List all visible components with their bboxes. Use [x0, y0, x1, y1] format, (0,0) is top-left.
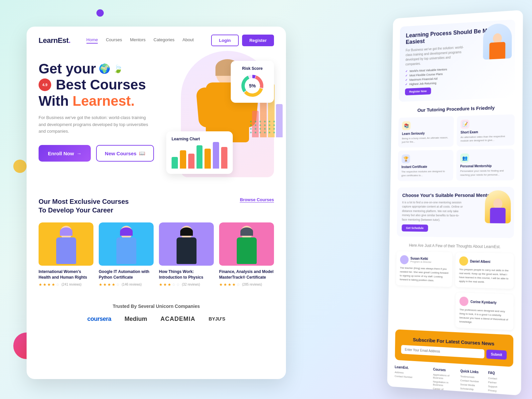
logo-dot: .: [68, 36, 70, 45]
logo-byjus: BYJU'S: [209, 316, 225, 322]
author-1: Susan Ketki Program & Director: [400, 255, 449, 266]
certificate-icon: 🏆: [402, 155, 410, 164]
navbar: LearnEst. Home Courses Mentors Categorie…: [27, 27, 286, 54]
footer-ql-item-2: Contact Number: [460, 379, 485, 384]
bar-2: [180, 150, 186, 169]
hero-text: Get your 🌍 🍃 4.9 Best Courses With Learn…: [39, 61, 172, 162]
footer-courses-item-1: Applications of Business: [433, 373, 457, 381]
nav-about[interactable]: About: [183, 37, 194, 44]
mentorship-section: Choose Your's Suitable Personal Mentorsh…: [397, 187, 514, 238]
course-info-3: How Things Work: Introduction to Physics…: [159, 266, 214, 290]
author-info-2: Daniel Albeni: [470, 259, 490, 263]
subscribe-input-row: Submit: [401, 345, 507, 360]
learning-chart-card: Learning Chart: [166, 131, 233, 174]
main-card: LearnEst. Home Courses Mentors Categorie…: [27, 27, 286, 379]
exam-icon: 📝: [461, 119, 469, 129]
get-schedule-button[interactable]: Get Schedule: [402, 224, 428, 232]
course-stars-2: ★★★★☆ (146 reviews): [99, 282, 154, 287]
tutoring-title-4: Personal Mentorship: [460, 164, 510, 168]
footer-ql-item-1: Testimonials: [460, 375, 485, 380]
avatar-2: [459, 256, 468, 266]
tutoring-text-3: The respective modules are designed to g…: [401, 170, 450, 177]
nav-categories[interactable]: Categories: [154, 37, 175, 44]
hero-image-area: Risk Score 5% Learning Chart: [160, 51, 286, 184]
arrow-right-icon: →: [76, 151, 81, 156]
rating-badge: 4.9: [39, 78, 51, 91]
author-2: Daniel Albeni: [459, 256, 510, 267]
rp-register-button[interactable]: Register Now: [405, 87, 431, 95]
bar-chart: [172, 145, 227, 169]
tutoring-title-3: Instant Certificate: [401, 165, 450, 169]
logo: LearnEst.: [39, 36, 70, 45]
subscribe-button[interactable]: Submit: [486, 349, 507, 360]
hero-title: Get your 🌍 🍃 4.9 Best Courses With Learn…: [39, 61, 172, 109]
hero-line3: With Learnest.: [39, 93, 172, 109]
course-title-2: Google IT Automation with Python Certifi…: [99, 269, 154, 280]
tutoring-item-3: 🏆 Instant Certificate The respective mod…: [398, 150, 454, 181]
learn-icon: 📚: [402, 121, 411, 130]
subscribe-section: Subscribe For Latest Courses News Submit: [395, 330, 514, 367]
trusted-section: Trusted By Several Unicorn Companies cou…: [27, 297, 286, 329]
course-card-1: International Women's Health and Human R…: [39, 222, 93, 290]
tutoring-text-4: Personalize your needs for finding and r…: [460, 169, 510, 177]
footer-faq-item-1: Contact: [488, 377, 513, 381]
footer-courses-item-3: Career of Management: [433, 387, 457, 395]
footer-faq-col: FAQ Contact Partner Support Privacy: [488, 371, 513, 396]
course-stars-4: ★★★★☆ (285 reviews): [219, 282, 274, 287]
courses-title: Our Most Exclusive CoursesTo Develop You…: [39, 197, 129, 214]
register-button[interactable]: Register: [242, 35, 274, 46]
course-info-2: Google IT Automation with Python Certifi…: [99, 266, 154, 290]
nav-home[interactable]: Home: [86, 37, 98, 44]
footer-faq-title: FAQ: [488, 371, 513, 376]
footer-quicklinks-title: Quick Links: [460, 369, 485, 374]
testimonial-3-wrap: Corine Kymbarty The professors were desi…: [395, 291, 514, 331]
footer-faq-item-4: Privacy: [488, 389, 513, 394]
footer-courses-item-4: New Courses Learning: [433, 394, 457, 395]
testimonial-text-2: You prepare people to carry out skills i…: [459, 268, 510, 285]
avatar-1: [400, 255, 409, 265]
chart-card-title: Learning Chart: [172, 137, 227, 141]
course-info-1: International Women's Health and Human R…: [39, 266, 93, 290]
author-3: Corine Kymbarty: [460, 297, 510, 308]
subscribe-email-input[interactable]: [401, 345, 484, 359]
footer-quicklinks-col: Quick Links Testimonials Contact Number …: [460, 369, 485, 395]
purple-dot-top: [96, 9, 104, 17]
mentorship-text: It is a lot to find a one-on-one mentori…: [402, 200, 464, 222]
tutoring-title-2: Short Exam: [461, 129, 511, 134]
risk-card-title: Risk Score: [236, 66, 269, 71]
right-panel: Learning Process Should Be Mostly Easies…: [279, 0, 532, 399]
login-button[interactable]: Login: [211, 35, 239, 46]
testimonial-2: Daniel Albeni You prepare people to carr…: [455, 252, 514, 289]
enroll-now-button[interactable]: Enroll Now →: [39, 145, 91, 162]
tutoring-title: Our Tutoring Procedure Is Friednly: [399, 104, 515, 113]
tutoring-text-2: An alternative video than the respective…: [461, 134, 511, 143]
courses-grid: International Women's Health and Human R…: [39, 222, 274, 290]
author-role-1: Program & Director: [410, 260, 432, 264]
testimonial-3: Corine Kymbarty The professors were desi…: [456, 293, 514, 331]
logo-coursera: coursera: [87, 316, 111, 323]
course-info-4: Finance, Analysis and Model MasterTrack®…: [219, 266, 274, 290]
nav-mentors[interactable]: Mentors: [130, 37, 146, 44]
new-courses-button[interactable]: New Courses 📖: [96, 145, 154, 162]
testimonial-text-1: The teacher (King) was always there if y…: [400, 266, 449, 283]
course-thumb-1: [39, 222, 93, 266]
footer-courses-title: Courses: [433, 367, 457, 372]
risk-percentage: 5%: [249, 83, 256, 88]
hero-buttons: Enroll Now → New Courses 📖: [39, 145, 172, 162]
rp-student-image: [483, 23, 512, 60]
book-icon: 📖: [139, 150, 145, 156]
testimonial-1: Susan Ketki Program & Director The teach…: [396, 251, 453, 287]
trusted-logos: coursera Medium ACADEMIA BYJU'S: [39, 316, 274, 323]
author-name-2: Daniel Albeni: [470, 259, 490, 263]
trusted-title: Trusted By Several Unicorn Companies: [39, 304, 274, 309]
dot-grid-right: [250, 121, 276, 133]
reviews-3: (32 reviews): [182, 283, 200, 286]
courses-section: Our Most Exclusive CoursesTo Develop You…: [27, 187, 286, 297]
nav-courses[interactable]: Courses: [106, 37, 122, 44]
course-card-4: Finance, Analysis and Model MasterTrack®…: [219, 222, 274, 290]
course-title-3: How Things Work: Introduction to Physics: [159, 269, 214, 280]
browse-courses-link[interactable]: Browse Courses: [240, 197, 274, 202]
tutoring-grid: 📚 Learn Seriously Being in a busy crowd,…: [398, 114, 515, 181]
tutoring-item-4: 👥 Personal Mentorship Personalize your n…: [456, 149, 514, 181]
course-title-4: Finance, Analysis and Model MasterTrack®…: [219, 269, 274, 280]
